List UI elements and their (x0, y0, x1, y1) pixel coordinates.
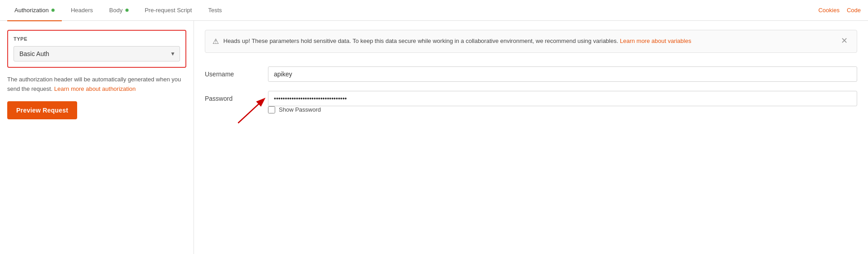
authorization-dot (51, 9, 55, 12)
username-row: Username (205, 66, 857, 82)
code-link[interactable]: Code (847, 7, 861, 14)
show-password-checkbox[interactable] (268, 106, 275, 113)
type-label: TYPE (14, 36, 180, 42)
tab-bar-left: Authorization Headers Body Pre-request S… (7, 0, 818, 21)
password-field-wrapper (268, 91, 857, 106)
auth-type-select[interactable]: Basic Auth Bearer Token OAuth 1.0 OAuth … (14, 46, 180, 61)
tab-bar: Authorization Headers Body Pre-request S… (0, 0, 868, 21)
form-section: Username Password (205, 66, 857, 113)
alert-close-button[interactable]: ✕ (839, 37, 850, 45)
preview-request-button[interactable]: Preview Request (7, 101, 77, 119)
tab-authorization-label: Authorization (14, 7, 49, 14)
tab-prerequest-label: Pre-request Script (145, 7, 192, 14)
tab-body[interactable]: Body (102, 0, 136, 21)
password-section: Password (205, 91, 857, 113)
password-input[interactable] (268, 91, 857, 106)
tab-body-label: Body (109, 7, 123, 14)
tab-tests[interactable]: Tests (201, 0, 229, 21)
tab-bar-right: Cookies Code (818, 7, 861, 14)
auth-description: The authorization header will be automat… (7, 75, 186, 94)
username-input[interactable] (268, 66, 857, 82)
alert-banner: ⚠ Heads up! These parameters hold sensit… (205, 30, 857, 53)
tab-tests-label: Tests (208, 7, 222, 14)
alert-text: Heads up! These parameters hold sensitiv… (223, 37, 835, 46)
show-password-label[interactable]: Show Password (279, 106, 321, 113)
right-panel: ⚠ Heads up! These parameters hold sensit… (194, 21, 868, 254)
tab-authorization[interactable]: Authorization (7, 0, 62, 21)
body-dot (125, 9, 129, 12)
main-content: TYPE Basic Auth Bearer Token OAuth 1.0 O… (0, 21, 868, 254)
info-icon: ⚠ (212, 37, 219, 46)
cookies-link[interactable]: Cookies (818, 7, 840, 14)
learn-more-variables-link[interactable]: Learn more about variables (620, 38, 691, 44)
tab-headers-label: Headers (71, 7, 93, 14)
show-password-row: Show Password (268, 106, 857, 113)
tab-prerequest[interactable]: Pre-request Script (138, 0, 199, 21)
tab-headers[interactable]: Headers (64, 0, 100, 21)
type-section: TYPE Basic Auth Bearer Token OAuth 1.0 O… (7, 30, 186, 68)
password-label: Password (205, 95, 259, 102)
alert-message: Heads up! These parameters hold sensitiv… (223, 38, 620, 44)
password-row: Password (205, 91, 857, 106)
svg-line-1 (238, 99, 264, 123)
learn-more-authorization-link[interactable]: Learn more about authorization (54, 85, 136, 92)
auth-type-select-wrapper: Basic Auth Bearer Token OAuth 1.0 OAuth … (14, 46, 180, 61)
left-panel: TYPE Basic Auth Bearer Token OAuth 1.0 O… (0, 21, 194, 254)
username-label: Username (205, 71, 259, 78)
